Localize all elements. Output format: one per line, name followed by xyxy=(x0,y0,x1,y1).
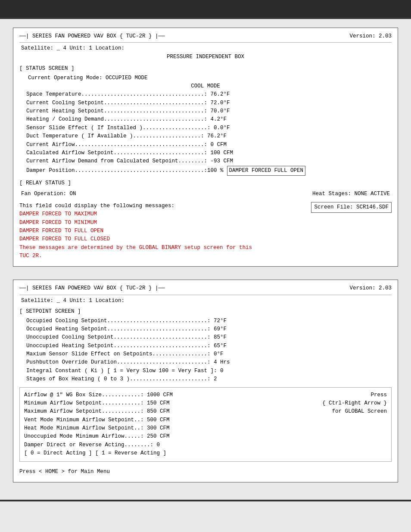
row-airflow-demand: Current Airflow Demand from Calculated S… xyxy=(19,157,392,165)
row-sensor-slide: Sensor Slide Effect ( If Installed )....… xyxy=(19,124,392,132)
sp-row-2: Unoccupied Cooling Setpoint.............… xyxy=(19,333,392,342)
row-label: Current Airflow.........................… xyxy=(26,142,211,148)
screen1-header-row: ——| SERIES FAN POWERED VAV BOX { TUC-2R … xyxy=(19,32,392,43)
af-row-6: Damper Direct or Reverse Acting........:… xyxy=(24,441,309,449)
status-screen-box: ——| SERIES FAN POWERED VAV BOX { TUC-2R … xyxy=(13,28,398,267)
bottom-divider-bar xyxy=(0,500,411,501)
af-row-1: Minimum Airflow Setpoint............: 15… xyxy=(24,399,309,408)
row-duct-temp: Duct Temperature ( If Available ).......… xyxy=(19,132,392,140)
row-label: Current Heating Setpoint................… xyxy=(26,108,211,114)
screen1-version: Version: 2.03 xyxy=(165,32,392,40)
red-msg-1: DAMPER FORCED TO MAXIMUM xyxy=(19,210,261,218)
left-messages: This field could display the following m… xyxy=(19,202,261,261)
row-heat-cool-demand: Heating / Cooling Demand................… xyxy=(19,115,392,124)
screen1-bottom-info: This field could display the following m… xyxy=(19,202,392,261)
af-row-3: Vent Mode Minimum Airflow Setpoint..: 50… xyxy=(24,416,309,424)
screen-file: Screen File: SCR146.SDF xyxy=(311,202,392,213)
sp-row-5: Pushbutton Override Duration............… xyxy=(19,358,392,367)
screen1-status-label: [ STATUS SCREEN ] xyxy=(19,65,392,73)
sp-row-6: Integral Constant ( Ki ) [ 1 = Very Slow… xyxy=(19,367,392,375)
row-value: 76.2°F xyxy=(207,133,227,139)
airflow-left: Airflow @ 1" WG Box Size............: 10… xyxy=(24,391,309,458)
screen2-satellite-info: Satellite: _ 4 Unit: 1 Location: xyxy=(21,298,125,304)
setpoint-label: [ SETPOINT SCREEN ] xyxy=(19,308,392,316)
row-damper-position: Damper Position.........................… xyxy=(19,166,392,176)
damper-forced-label: DAMPER FORCED FULL OPEN xyxy=(227,166,306,176)
row-label: Space Temperature.......................… xyxy=(26,91,211,97)
screen2-header-row: ——| SERIES FAN POWERED VAV BOX { TUC-2R … xyxy=(19,284,392,295)
top-bar xyxy=(0,0,411,17)
screen2-header-left: ——| SERIES FAN POWERED VAV BOX { TUC-2R … xyxy=(19,284,165,292)
relay-label: [ RELAY STATUS ] xyxy=(19,179,392,187)
row-value: 70.0°F xyxy=(211,108,230,114)
for-global-label: for GLOBAL Screen xyxy=(309,408,387,416)
screen1-data-rows: Space Temperature.......................… xyxy=(19,90,392,176)
content-area: ——| SERIES FAN POWERED VAV BOX { TUC-2R … xyxy=(0,19,411,491)
row-cooling-setpoint: Current Cooling Setpoint................… xyxy=(19,99,392,107)
page-wrapper: ——| SERIES FAN POWERED VAV BOX { TUC-2R … xyxy=(0,0,411,532)
row-value: -93 CFM xyxy=(211,158,234,164)
screen1-header-left: ——| SERIES FAN POWERED VAV BOX { TUC-2R … xyxy=(19,32,165,40)
screen1-mode2: COOL MODE xyxy=(19,82,392,90)
sp-row-0: Occupied Cooling Setpoint...............… xyxy=(19,317,392,325)
row-label: Damper Position.........................… xyxy=(26,167,207,175)
af-row-4: Heat Mode Minimum Airflow Setpoint..: 30… xyxy=(24,424,309,432)
top-bar-title xyxy=(4,4,115,14)
airflow-cols: Airflow @ 1" WG Box Size............: 10… xyxy=(24,391,387,458)
field-msg: This field could display the following m… xyxy=(19,202,261,210)
row-value: 0.0°F xyxy=(214,125,230,131)
sp-row-3: Unoccupied Heating Setpoint.............… xyxy=(19,342,392,350)
row-current-airflow: Current Airflow.........................… xyxy=(19,141,392,149)
airflow-right: Press { Ctrl-Right Arrow } for GLOBAL Sc… xyxy=(309,391,387,458)
af-row-2: Maximum Airflow Setpoint............: 85… xyxy=(24,408,309,416)
row-label: Heating / Cooling Demand................… xyxy=(26,116,211,122)
row-label: Sensor Slide Effect ( If Installed )....… xyxy=(26,125,214,131)
row-value: 100 CFM xyxy=(211,150,234,156)
row-value: 76.2°F xyxy=(211,91,230,97)
row-label: Calculated Airflow Setpoint.............… xyxy=(26,150,211,156)
damper-forced-box: DAMPER FORCED FULL OPEN xyxy=(227,166,306,176)
screen1-satellite-info: Satellite: _ 4 Unit: 1 Location: xyxy=(21,45,125,51)
row-value: 4.2°F xyxy=(211,116,227,122)
row-label: Current Airflow Demand from Calculated S… xyxy=(26,158,211,164)
row-calc-airflow: Calculated Airflow Setpoint.............… xyxy=(19,149,392,157)
row-value: 72.0°F xyxy=(211,100,230,106)
ctrl-arrow-label: { Ctrl-Right Arrow } xyxy=(309,399,387,408)
row-heating-setpoint: Current Heating Setpoint................… xyxy=(19,107,392,115)
screen2-version: Version: 2.03 xyxy=(165,284,392,292)
red-msg-4: DAMPER FORCED TO FULL CLOSED xyxy=(19,235,261,243)
af-row-5: Unoccupied Mode Minimum Airflow.....: 25… xyxy=(24,432,309,441)
af-row-0: Airflow @ 1" WG Box Size............: 10… xyxy=(24,391,309,399)
heat-stages: Heat Stages: NONE ACTIVE xyxy=(312,190,390,198)
red-msg-2: DAMPER FORCED TO MINIMUM xyxy=(19,219,261,227)
sp-row-7: Stages of Box Heating ( 0 to 3 )........… xyxy=(19,375,392,383)
row-value: 100 % xyxy=(207,167,224,175)
sp-row-4: Maxium Sensor Slide Effect on Setpoints.… xyxy=(19,350,392,358)
setpoint-rows: Occupied Cooling Setpoint...............… xyxy=(19,317,392,384)
setpoint-screen-box: ——| SERIES FAN POWERED VAV BOX { TUC-2R … xyxy=(13,280,398,482)
sp-row-1: Occupied Heating Setpoint...............… xyxy=(19,325,392,333)
row-label: Current Cooling Setpoint................… xyxy=(26,100,211,106)
screen1-mode1: Current Operating Mode: OCCUPIED MODE xyxy=(19,74,392,82)
row-space-temp: Space Temperature.......................… xyxy=(19,90,392,99)
press-home: Press < HOME > for Main Menu xyxy=(19,468,392,476)
row-value: 0 CFM xyxy=(211,142,227,148)
red-msg-3: DAMPER FORCED TO FULL OPEN xyxy=(19,227,261,235)
press-label: Press xyxy=(309,391,387,399)
screen1-subtitle: PRESSURE INDEPENDENT BOX xyxy=(19,53,392,61)
airflow-section: Airflow @ 1" WG Box Size............: 10… xyxy=(19,387,392,462)
fan-operation: Fan Operation: ON xyxy=(21,190,76,198)
relay-row: Fan Operation: ON Heat Stages: NONE ACTI… xyxy=(19,190,392,198)
screen1-relay-section: [ RELAY STATUS ] Fan Operation: ON Heat … xyxy=(19,179,392,199)
global-note: These messages are determined by the GLO… xyxy=(19,244,261,261)
row-label: Duct Temperature ( If Available ).......… xyxy=(26,133,207,139)
acting-note: [ 0 = Direct Acting ] [ 1 = Reverse Acti… xyxy=(24,449,309,457)
